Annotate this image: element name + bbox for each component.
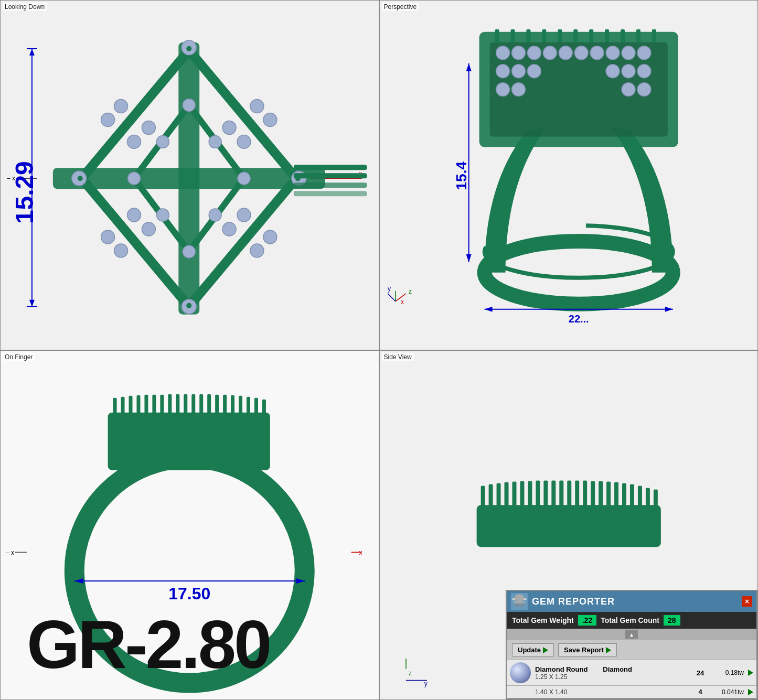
svg-point-80 xyxy=(527,64,541,78)
gem-size-1: 1.25 X 1.25 xyxy=(535,673,688,681)
svg-point-39 xyxy=(238,172,250,185)
total-gem-weight-label: Total Gem Weight xyxy=(512,616,574,624)
svg-point-44 xyxy=(78,176,83,181)
svg-rect-120 xyxy=(160,394,164,414)
svg-point-35 xyxy=(156,135,169,148)
gr-label: GR-2.80 xyxy=(27,605,270,684)
svg-point-19 xyxy=(114,100,128,113)
total-gem-count-value: 28 xyxy=(664,615,680,626)
svg-point-85 xyxy=(511,83,525,96)
svg-point-46 xyxy=(186,303,191,308)
gem-reporter-close-button[interactable]: × xyxy=(742,596,752,607)
svg-point-29 xyxy=(127,208,141,222)
svg-text:y: y xyxy=(388,285,391,293)
svg-rect-146 xyxy=(481,486,485,507)
svg-text:15.4: 15.4 xyxy=(453,161,469,190)
update-button[interactable]: Update xyxy=(512,643,554,656)
svg-rect-124 xyxy=(191,394,195,414)
svg-rect-147 xyxy=(488,484,493,507)
svg-point-34 xyxy=(222,222,236,236)
svg-text:– x: – x xyxy=(6,549,14,556)
gem-thumbnail-1 xyxy=(510,662,531,683)
svg-rect-156 xyxy=(559,480,563,507)
svg-point-43 xyxy=(186,46,191,51)
svg-rect-131 xyxy=(247,396,250,414)
svg-point-25 xyxy=(237,135,251,148)
svg-rect-6 xyxy=(178,42,199,315)
svg-rect-96 xyxy=(621,29,625,42)
svg-point-82 xyxy=(622,64,635,78)
svg-rect-48 xyxy=(294,173,367,178)
svg-rect-155 xyxy=(551,480,556,507)
viewport-top-left-label: Looking Down xyxy=(3,3,47,11)
svg-point-68 xyxy=(496,46,509,60)
svg-point-33 xyxy=(237,208,251,222)
gem-weight-2: 0.041tw xyxy=(712,688,744,696)
viewport-bottom-left: On Finger x – x xyxy=(0,350,379,701)
svg-rect-127 xyxy=(215,394,219,414)
svg-text:x: x xyxy=(359,549,362,556)
svg-rect-89 xyxy=(510,29,515,42)
svg-rect-160 xyxy=(591,481,595,507)
svg-point-74 xyxy=(590,46,604,60)
gem-reporter-title: GEM REPORTER xyxy=(532,596,615,607)
save-report-button[interactable]: Save Report xyxy=(558,643,617,656)
scroll-up-area: ▲ xyxy=(507,629,756,640)
gem-reporter-stats: Total Gem Weight .22 Total Gem Count 28 xyxy=(507,612,756,629)
save-report-label: Save Report xyxy=(564,646,604,654)
svg-rect-166 xyxy=(637,486,642,507)
viewport-grid: Looking Down x – x xyxy=(0,0,758,700)
svg-rect-158 xyxy=(575,480,579,507)
svg-rect-128 xyxy=(223,394,227,414)
svg-rect-159 xyxy=(583,480,587,507)
svg-rect-150 xyxy=(512,481,516,507)
svg-rect-129 xyxy=(231,395,234,414)
svg-text:17.50: 17.50 xyxy=(168,584,210,602)
svg-rect-148 xyxy=(496,483,500,507)
gem-size-2: 1.40 X 1.40 xyxy=(535,688,688,696)
scroll-up-button[interactable]: ▲ xyxy=(625,630,638,639)
svg-rect-92 xyxy=(558,29,562,42)
svg-point-26 xyxy=(222,121,236,134)
svg-rect-149 xyxy=(504,482,508,507)
viewport-bottom-right-label: Side View xyxy=(382,353,414,361)
viewport-top-right-label: Perspective xyxy=(382,3,419,11)
svg-text:y: y xyxy=(424,680,427,687)
gem-weight-1: 0.18tw xyxy=(712,669,744,676)
total-gem-count-label: Total Gem Count xyxy=(601,616,659,624)
gem-info-1: Diamond Round Diamond 1.25 X 1.25 xyxy=(535,665,688,681)
svg-rect-165 xyxy=(629,484,634,507)
svg-point-41 xyxy=(183,245,195,258)
gem-row-2: 1.40 X 1.40 4 0.041tw xyxy=(507,686,756,698)
svg-rect-118 xyxy=(144,394,148,414)
gem-name-1: Diamond Round Diamond xyxy=(535,665,688,673)
gem-row-2-arrow-icon[interactable] xyxy=(748,689,753,695)
svg-point-42 xyxy=(209,209,221,221)
gem-row-1-arrow-icon[interactable] xyxy=(748,670,753,676)
save-report-arrow-icon xyxy=(606,647,611,653)
svg-rect-174 xyxy=(514,601,526,603)
gem-reporter-actions: Update Save Report xyxy=(507,640,756,660)
svg-rect-90 xyxy=(526,29,530,42)
svg-rect-162 xyxy=(606,481,611,507)
svg-point-73 xyxy=(574,46,588,60)
gem-info-2: 1.40 X 1.40 xyxy=(535,688,688,696)
svg-point-81 xyxy=(637,64,650,78)
svg-rect-163 xyxy=(614,482,618,507)
viewport-top-left: Looking Down x – x xyxy=(0,0,379,350)
svg-rect-116 xyxy=(129,395,133,414)
svg-point-38 xyxy=(128,172,141,185)
svg-text:22...: 22... xyxy=(568,313,589,325)
gem-reporter-panel: GEM REPORTER × Total Gem Weight .22 Tota… xyxy=(506,590,757,699)
svg-rect-132 xyxy=(254,397,258,414)
svg-rect-145 xyxy=(476,505,660,547)
viewport-bottom-left-label: On Finger xyxy=(3,353,35,361)
svg-point-77 xyxy=(637,46,650,60)
gem-reporter-cloud-icon xyxy=(511,593,528,610)
svg-rect-130 xyxy=(239,395,242,414)
viewport-top-right-svg: x z y xyxy=(380,1,758,350)
svg-rect-126 xyxy=(207,394,211,414)
svg-rect-113 xyxy=(108,412,270,470)
svg-text:15.29: 15.29 xyxy=(10,161,38,224)
svg-point-71 xyxy=(543,46,557,60)
